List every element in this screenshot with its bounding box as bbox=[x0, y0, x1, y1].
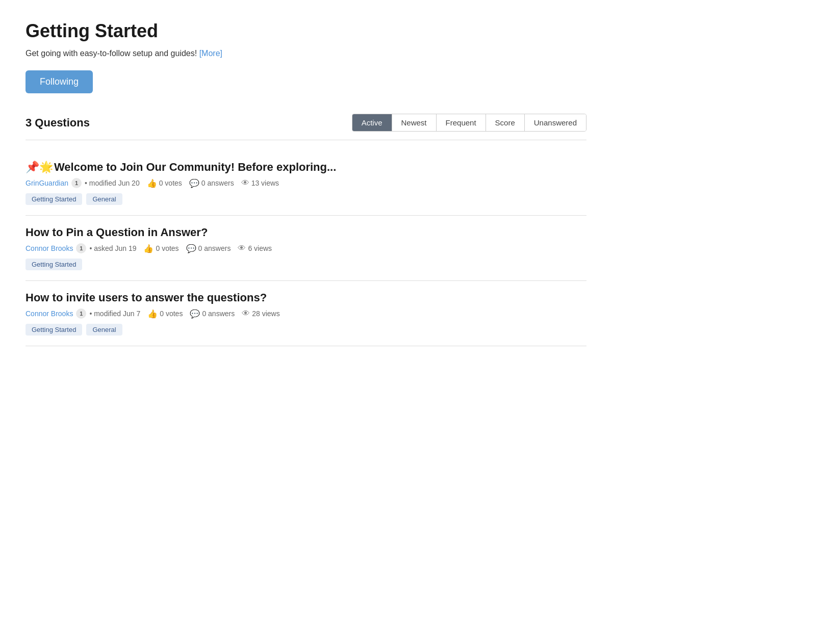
author-score: 1 bbox=[76, 243, 86, 253]
thumbs-up-icon: 👍 bbox=[143, 244, 154, 253]
question-meta: Connor Brooks 1 • modified Jun 7 👍 0 vot… bbox=[26, 308, 586, 319]
filter-tab-unanswered[interactable]: Unanswered bbox=[524, 114, 586, 131]
question-item: 📌🌟Welcome to Join Our Community! Before … bbox=[26, 150, 586, 216]
question-meta: Connor Brooks 1 • asked Jun 19 👍 0 votes… bbox=[26, 243, 586, 253]
question-item: How to invite users to answer the questi… bbox=[26, 281, 586, 346]
question-answers: 💬 0 answers bbox=[186, 244, 231, 253]
question-tag[interactable]: Getting Started bbox=[26, 259, 82, 270]
question-prefix-icons: 📌🌟 bbox=[26, 161, 53, 173]
filter-tabs: Active Newest Frequent Score Unanswered bbox=[352, 114, 586, 132]
header-divider bbox=[26, 140, 586, 140]
question-tag[interactable]: Getting Started bbox=[26, 324, 82, 336]
page-subtitle: Get going with easy-to-follow setup and … bbox=[26, 49, 586, 58]
filter-tab-frequent[interactable]: Frequent bbox=[436, 114, 486, 131]
question-views: 👁 6 views bbox=[238, 244, 272, 253]
comment-icon: 💬 bbox=[190, 309, 200, 319]
question-author[interactable]: GrinGuardian bbox=[26, 179, 68, 187]
page-title: Getting Started bbox=[26, 20, 586, 42]
question-item: How to Pin a Question in Answer? Connor … bbox=[26, 216, 586, 281]
eye-icon: 👁 bbox=[241, 178, 249, 188]
more-link[interactable]: [More] bbox=[199, 49, 222, 58]
question-title[interactable]: 📌🌟Welcome to Join Our Community! Before … bbox=[26, 161, 586, 174]
question-votes: 👍 0 votes bbox=[147, 309, 183, 319]
following-button[interactable]: Following bbox=[26, 70, 93, 93]
comment-icon: 💬 bbox=[186, 244, 196, 253]
thumbs-up-icon: 👍 bbox=[147, 309, 158, 319]
question-views: 👁 28 views bbox=[242, 309, 279, 318]
question-votes: 👍 0 votes bbox=[147, 178, 182, 188]
author-score: 1 bbox=[71, 178, 82, 188]
questions-header: 3 Questions Active Newest Frequent Score… bbox=[26, 114, 586, 132]
filter-tab-newest[interactable]: Newest bbox=[392, 114, 436, 131]
question-action-date: • modified Jun 7 bbox=[89, 310, 140, 318]
eye-icon: 👁 bbox=[238, 244, 246, 253]
question-votes: 👍 0 votes bbox=[143, 244, 178, 253]
question-tags: Getting Started bbox=[26, 259, 586, 270]
question-tags: Getting StartedGeneral bbox=[26, 193, 586, 205]
question-tag[interactable]: General bbox=[86, 324, 122, 336]
question-tag[interactable]: Getting Started bbox=[26, 193, 82, 205]
question-answers: 💬 0 answers bbox=[190, 309, 235, 319]
question-meta: GrinGuardian 1 • modified Jun 20 👍 0 vot… bbox=[26, 178, 586, 188]
thumbs-up-icon: 👍 bbox=[147, 178, 157, 188]
question-views: 👁 13 views bbox=[241, 178, 279, 188]
filter-tab-score[interactable]: Score bbox=[486, 114, 524, 131]
question-answers: 💬 0 answers bbox=[189, 178, 234, 188]
eye-icon: 👁 bbox=[242, 309, 250, 318]
questions-list: 📌🌟Welcome to Join Our Community! Before … bbox=[26, 150, 586, 346]
question-title[interactable]: How to Pin a Question in Answer? bbox=[26, 226, 586, 239]
question-author[interactable]: Connor Brooks bbox=[26, 310, 73, 318]
comment-icon: 💬 bbox=[189, 178, 199, 188]
question-title[interactable]: How to invite users to answer the questi… bbox=[26, 291, 586, 304]
question-action-date: • asked Jun 19 bbox=[89, 244, 136, 252]
question-author[interactable]: Connor Brooks bbox=[26, 244, 73, 252]
question-tags: Getting StartedGeneral bbox=[26, 324, 586, 336]
question-action-date: • modified Jun 20 bbox=[85, 179, 140, 187]
filter-tab-active[interactable]: Active bbox=[352, 114, 392, 131]
author-score: 1 bbox=[76, 308, 86, 319]
question-tag[interactable]: General bbox=[86, 193, 122, 205]
questions-count: 3 Questions bbox=[26, 116, 90, 130]
